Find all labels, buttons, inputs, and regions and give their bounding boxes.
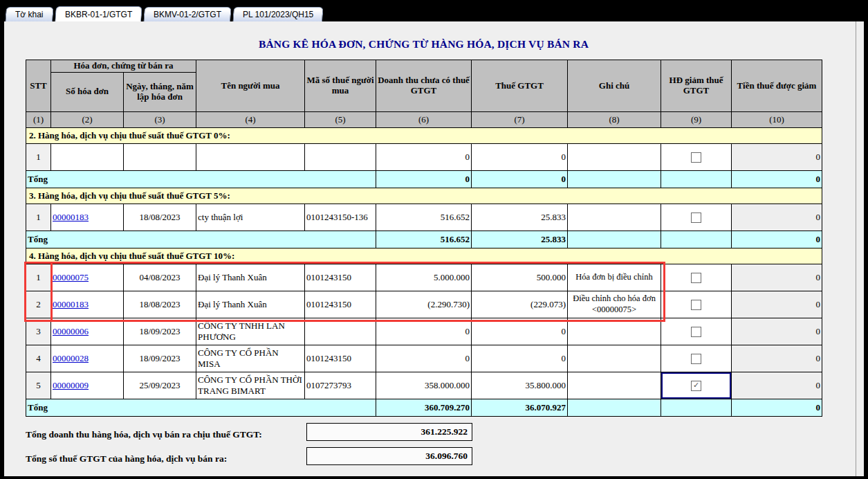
invoice-link[interactable]: 00000183 (53, 299, 89, 309)
cell-invoice-date: 18/09/2023 (124, 345, 196, 372)
total-label: Tổng (26, 399, 376, 416)
cell-invoice-number: 00000183 (51, 204, 124, 231)
col-num-6: (6) (376, 111, 472, 127)
cell-invoice-number: 00000075 (51, 264, 124, 291)
tab-bkmv-01-2-gtgt[interactable]: BKMV-01-2/GTGT (143, 7, 231, 21)
cell-revenue[interactable]: 516.652 (376, 204, 472, 231)
vat-reduce-checkbox[interactable] (691, 354, 701, 364)
cell-invoice-number: 00000183 (51, 291, 124, 318)
cell-invoice-number: 00000006 (51, 318, 124, 345)
summary-vat-value: 36.096.760 (306, 447, 472, 465)
cell-stt: 1 (26, 143, 51, 170)
cell-reduced-amount: 0 (732, 372, 822, 399)
cell-vat-reduce (661, 318, 732, 345)
cell-note[interactable]: Điều chỉnh cho hóa đơn <00000075> (568, 291, 661, 318)
cell-reduced-amount: 0 (732, 264, 822, 291)
vat-reduce-checkbox[interactable] (691, 300, 701, 310)
vat-reduce-checkbox[interactable] (691, 327, 701, 337)
cell-buyer-tax-id: 0101243150-136 (305, 204, 376, 231)
cell-vat-reduce (661, 143, 732, 170)
column-number-row: (1) (2) (3) (4) (5) (6) (7) (8) (9) (10) (26, 111, 822, 127)
cell-vat-reduce (661, 264, 732, 291)
vat-reduce-checkbox[interactable] (691, 152, 701, 163)
cell-invoice-number (51, 143, 124, 170)
cell-note[interactable] (568, 345, 661, 372)
table-row: 10000007504/08/2023Đại lý Thanh Xuân0101… (26, 264, 822, 291)
cell-buyer-tax-id: 0101243150 (305, 345, 376, 372)
cell-vat[interactable]: (229.073) (472, 291, 568, 318)
cell-reduced-amount: 0 (732, 291, 822, 318)
cell-invoice-date: 18/08/2023 (124, 291, 196, 318)
invoice-link[interactable]: 00000009 (53, 380, 89, 390)
cell-stt: 3 (26, 318, 51, 345)
table-body: 2. Hàng hóa, dịch vụ chịu thuế suất thuế… (26, 127, 822, 416)
table-row: 10000018318/08/2023cty thuận lợi01012431… (26, 204, 822, 231)
col-header-note: Ghi chú (568, 60, 661, 112)
cell-vat[interactable]: 0 (472, 318, 568, 345)
cell-buyer-name: CÔNG TY CỔ PHẦN MISA (196, 345, 305, 372)
table-row: 40000002818/09/2023CÔNG TY CỔ PHẦN MISA0… (26, 345, 822, 372)
vat-reduce-checkbox[interactable] (691, 273, 701, 283)
section-total-row: Tổng000 (26, 170, 822, 188)
cell-vat[interactable]: 25.833 (472, 204, 568, 231)
cell-revenue[interactable]: (2.290.730) (376, 291, 472, 318)
cell-vat-reduce (661, 345, 732, 372)
table-row: 50000000925/09/2023CÔNG TY CỔ PHẦN THỜI … (26, 372, 822, 399)
section-total-row: Tổng360.709.27036.070.9270 (26, 399, 822, 416)
cell-buyer-name (196, 143, 305, 170)
cell-note[interactable] (568, 143, 661, 170)
cell-reduced-amount: 0 (732, 345, 822, 372)
total-note-empty (568, 399, 661, 416)
invoice-link[interactable]: 00000006 (53, 326, 89, 336)
invoice-link[interactable]: 00000075 (53, 272, 89, 282)
cell-buyer-tax-id: 0107273793 (305, 372, 376, 399)
cell-revenue[interactable]: 0 (376, 345, 472, 372)
cell-vat[interactable]: 35.800.000 (472, 372, 568, 399)
tab-pl-101-2023-qh15[interactable]: PL 101/2023/QH15 (232, 7, 324, 21)
cell-buyer-name: cty thuận lợi (196, 204, 305, 231)
cell-stt: 4 (26, 345, 51, 372)
col-header-tax-id: Mã số thuế người mua (305, 60, 376, 112)
total-revenue: 360.709.270 (376, 399, 472, 416)
section-title: 2. Hàng hóa, dịch vụ chịu thuế suất thuế… (26, 127, 822, 143)
cell-buyer-tax-id (305, 143, 376, 170)
cell-revenue[interactable]: 358.000.000 (376, 372, 472, 399)
col-num-3: (3) (124, 111, 196, 127)
cell-vat-reduce (661, 291, 732, 318)
cell-invoice-date: 04/08/2023 (124, 264, 196, 291)
table-row: 20000018318/08/2023Đại lý Thanh Xuân0101… (26, 291, 822, 318)
cell-buyer-name: Đại lý Thanh Xuân (196, 264, 305, 291)
cell-stt: 5 (26, 372, 51, 399)
table-row: 1000 (26, 143, 822, 170)
cell-vat[interactable]: 500.000 (472, 264, 568, 291)
cell-vat[interactable]: 0 (472, 345, 568, 372)
cell-note[interactable] (568, 318, 661, 345)
cell-invoice-date (124, 143, 196, 170)
section-header-row: 4. Hàng hóa, dịch vụ chịu thuế suất thuế… (26, 248, 822, 264)
cell-note[interactable] (568, 372, 661, 399)
col-num-4: (4) (196, 111, 305, 127)
cell-note[interactable] (568, 204, 661, 231)
table-row: 30000000618/09/2023CÔNG TY TNHH LAN PHƯƠ… (26, 318, 822, 345)
tab-t-khai[interactable]: Tờ khai (5, 7, 53, 21)
cell-revenue[interactable]: 0 (376, 143, 472, 170)
vat-reduce-checkbox[interactable] (691, 213, 701, 223)
cell-stt: 2 (26, 291, 51, 318)
tab-bkbr-01-1-gtgt[interactable]: BKBR-01-1/GTGT (55, 6, 142, 21)
cell-invoice-date: 25/09/2023 (124, 372, 196, 399)
cell-buyer-name: Đại lý Thanh Xuân (196, 291, 305, 318)
form-content: BẢNG KÊ HÓA ĐƠN, CHỨNG TỪ HÀNG HÓA, DỊCH… (4, 21, 864, 476)
total-reduced-amount: 0 (732, 399, 822, 416)
cell-note[interactable]: Hóa đơn bị điều chỉnh (568, 264, 661, 291)
total-vat: 0 (472, 170, 568, 188)
col-header-revenue: Doanh thu chưa có thuế GTGT (376, 60, 472, 112)
cell-vat[interactable]: 0 (472, 143, 568, 170)
invoice-link[interactable]: 00000028 (53, 353, 89, 363)
cell-revenue[interactable]: 5.000.000 (376, 264, 472, 291)
tab-label: Tờ khai (15, 10, 44, 19)
invoice-link[interactable]: 00000183 (53, 212, 89, 222)
col-header-invoice-group: Hóa đơn, chứng từ bán ra (51, 60, 196, 73)
col-num-5: (5) (305, 111, 376, 127)
cell-revenue[interactable]: 0 (376, 318, 472, 345)
vat-reduce-checkbox-checked[interactable]: ✓ (691, 381, 701, 391)
